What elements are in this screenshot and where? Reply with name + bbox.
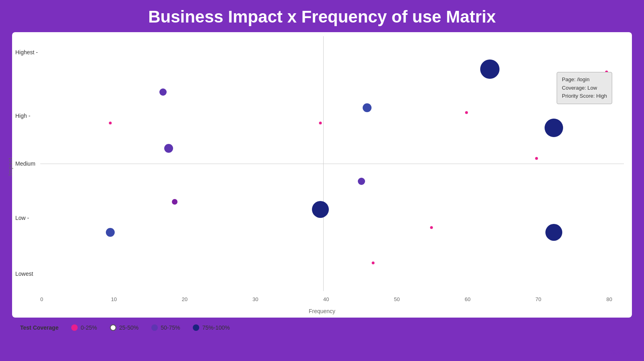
y-label-low: Low - xyxy=(15,215,29,221)
chart-container: Impact Highest - High - Medium Low - Low… xyxy=(12,32,632,318)
h-line-medium xyxy=(40,164,624,164)
legend-dot-75-100 xyxy=(193,324,199,331)
legend-range-50-75: 50-75% xyxy=(161,324,180,331)
y-label-high: High - xyxy=(15,113,30,119)
dot-3[interactable] xyxy=(164,144,173,153)
dot-15[interactable] xyxy=(372,262,374,265)
tooltip: Page: /login Coverage: Low Priority Scor… xyxy=(557,72,612,104)
legend-dot-50-75 xyxy=(151,324,158,331)
legend-range-0-25: 0-25% xyxy=(80,324,97,331)
x-label-0: 0 xyxy=(40,296,43,302)
x-label-30: 30 xyxy=(252,296,258,302)
legend-dot-0-25 xyxy=(71,324,78,331)
x-label-80: 80 xyxy=(607,296,612,302)
x-label-60: 60 xyxy=(464,296,470,302)
v-line-center xyxy=(323,36,324,291)
y-label-highest: Highest - xyxy=(15,49,38,55)
tooltip-coverage: Coverage: Low xyxy=(562,84,607,92)
legend-item-0-25: 0-25% xyxy=(71,324,97,331)
x-label-40: 40 xyxy=(323,296,329,302)
dot-9[interactable] xyxy=(312,201,329,218)
dot-7[interactable] xyxy=(363,103,372,112)
dot-2[interactable] xyxy=(159,88,167,96)
dot-10[interactable] xyxy=(465,111,468,114)
page-wrapper: Business Impact x Frequency of use Matri… xyxy=(0,0,644,361)
dot-4[interactable] xyxy=(172,199,178,205)
legend-dot-25-50 xyxy=(110,324,116,331)
legend-bar: Test Coverage 0-25% 25-50% 50-75% 75%-10… xyxy=(12,318,632,338)
dot-1[interactable] xyxy=(106,228,115,237)
legend-title: Test Coverage xyxy=(20,324,58,331)
y-label-lowest: Lowest xyxy=(15,271,33,277)
dot-6[interactable] xyxy=(319,121,322,124)
dot-14[interactable] xyxy=(430,226,433,229)
legend-range-25-50: 25-50% xyxy=(119,324,138,331)
x-label-50: 50 xyxy=(394,296,400,302)
x-axis-title: Frequency xyxy=(12,308,632,314)
y-axis-title: Impact xyxy=(7,158,13,176)
legend-range-75-100: 75%-100% xyxy=(202,324,230,331)
tooltip-priority: Priority Score: High xyxy=(562,92,607,101)
x-label-20: 20 xyxy=(182,296,187,302)
x-label-70: 70 xyxy=(535,296,541,302)
gravity-brand: Gravity xyxy=(601,347,632,357)
legend-item-50-75: 50-75% xyxy=(151,324,180,331)
x-label-10: 10 xyxy=(111,296,117,302)
page-title: Business Impact x Frequency of use Matri… xyxy=(0,0,644,32)
dot-12[interactable] xyxy=(545,119,563,137)
dot-11[interactable] xyxy=(480,59,500,79)
y-label-medium: Medium xyxy=(15,160,35,167)
dot-16[interactable] xyxy=(535,157,538,160)
legend-item-75-100: 75%-100% xyxy=(193,324,230,331)
dot-5[interactable] xyxy=(109,121,112,124)
dot-13[interactable] xyxy=(545,224,562,241)
legend-item-25-50: 25-50% xyxy=(110,324,138,331)
chart-area: Impact Highest - High - Medium Low - Low… xyxy=(40,36,624,291)
dot-8[interactable] xyxy=(358,178,365,185)
tooltip-page: Page: /login xyxy=(562,76,607,84)
